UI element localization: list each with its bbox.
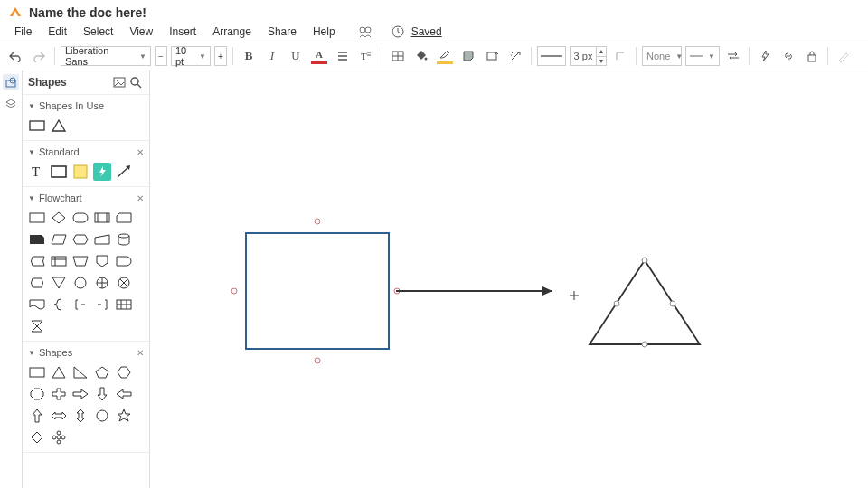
- shape-arrow-line[interactable]: [115, 163, 133, 181]
- crop-button[interactable]: [482, 46, 502, 66]
- undo-button[interactable]: [5, 46, 25, 66]
- underline-button[interactable]: U: [286, 46, 306, 66]
- group-close-icon[interactable]: ✕: [137, 193, 144, 203]
- canvas-rectangle[interactable]: [246, 233, 389, 349]
- fc-database[interactable]: [115, 230, 133, 249]
- fc-summing[interactable]: [93, 274, 111, 292]
- menu-select[interactable]: Select: [76, 23, 120, 40]
- fc-merge[interactable]: [50, 274, 68, 292]
- line-width-stepper[interactable]: 3 px ▲▼: [570, 46, 607, 66]
- shape-bolt[interactable]: [93, 163, 111, 181]
- fc-note-left[interactable]: [93, 296, 111, 314]
- fc-process[interactable]: [28, 209, 46, 227]
- panel-search-icon[interactable]: [127, 74, 144, 90]
- collaboration-icon[interactable]: [357, 23, 373, 40]
- tri-handle-left[interactable]: [614, 301, 619, 306]
- group-close-icon[interactable]: ✕: [137, 147, 144, 157]
- fc-connector[interactable]: [71, 274, 90, 292]
- sh-diamond[interactable]: [28, 428, 46, 446]
- fc-internal[interactable]: [50, 252, 68, 270]
- sh-pentagon[interactable]: [93, 363, 111, 381]
- document-title[interactable]: Name the doc here!: [29, 5, 146, 20]
- fc-terminator[interactable]: [71, 209, 90, 227]
- sh-arrow-left[interactable]: [115, 385, 133, 403]
- sh-cross[interactable]: [50, 385, 68, 403]
- saved-status[interactable]: Saved: [411, 25, 442, 38]
- shape-rectangle[interactable]: [28, 117, 46, 135]
- bold-button[interactable]: B: [239, 46, 259, 66]
- shape-rect-thick[interactable]: [50, 163, 68, 181]
- shape-text[interactable]: T: [28, 163, 46, 181]
- fc-card[interactable]: [28, 230, 46, 249]
- fill-pattern-button[interactable]: [458, 46, 478, 66]
- handle-top[interactable]: [315, 219, 320, 224]
- text-style-button[interactable]: T: [356, 46, 376, 66]
- menu-view[interactable]: View: [122, 23, 160, 40]
- sh-star[interactable]: [115, 407, 133, 425]
- fc-offpage[interactable]: [93, 252, 111, 270]
- highlight-button[interactable]: [435, 46, 455, 66]
- fc-brace[interactable]: [50, 296, 68, 314]
- sh-arrow-down[interactable]: [93, 385, 111, 403]
- menu-edit[interactable]: Edit: [41, 23, 74, 40]
- tri-handle-bottom[interactable]: [642, 342, 647, 347]
- menu-share[interactable]: Share: [260, 23, 304, 40]
- fc-document[interactable]: [28, 296, 46, 314]
- arrow-start-combo[interactable]: None▼: [642, 46, 682, 66]
- pen-tool-icon[interactable]: [834, 46, 854, 66]
- line-style-combo[interactable]: [537, 46, 566, 66]
- panel-image-icon[interactable]: [111, 74, 127, 90]
- sh-circle[interactable]: [93, 407, 111, 425]
- tri-handle-top[interactable]: [642, 258, 647, 263]
- menu-insert[interactable]: Insert: [162, 23, 203, 40]
- menu-help[interactable]: Help: [306, 23, 343, 40]
- link-icon[interactable]: [778, 46, 798, 66]
- sh-triangle[interactable]: [50, 363, 68, 381]
- font-size-combo[interactable]: 10 pt▼: [171, 46, 211, 66]
- magic-button[interactable]: [505, 46, 525, 66]
- fc-predefined[interactable]: [93, 209, 111, 227]
- font-family-combo[interactable]: Liberation Sans▼: [61, 46, 151, 66]
- line-width-down[interactable]: ▼: [597, 57, 606, 66]
- line-width-up[interactable]: ▲: [597, 47, 606, 57]
- fc-data[interactable]: [50, 230, 68, 249]
- reverse-arrow-button[interactable]: [723, 46, 743, 66]
- rail-layers-button[interactable]: [3, 96, 19, 112]
- canvas-triangle[interactable]: [590, 260, 700, 344]
- drawing-canvas[interactable]: [150, 70, 868, 488]
- sh-arrow-right[interactable]: [71, 385, 90, 403]
- rail-shapes-button[interactable]: [3, 74, 19, 90]
- arrow-end-combo[interactable]: ▼: [685, 46, 720, 66]
- shape-triangle[interactable]: [50, 117, 68, 135]
- caret-down-icon[interactable]: ▼: [28, 148, 35, 156]
- fc-display[interactable]: [28, 274, 46, 292]
- caret-down-icon[interactable]: ▼: [28, 349, 35, 357]
- fc-delay[interactable]: [115, 252, 133, 270]
- shape-note[interactable]: [71, 163, 90, 181]
- redo-button[interactable]: [29, 46, 49, 66]
- handle-bottom[interactable]: [315, 358, 320, 363]
- fc-or[interactable]: [115, 274, 133, 292]
- fc-collate[interactable]: [28, 317, 46, 335]
- fc-preparation[interactable]: [71, 230, 90, 249]
- sh-arrow-ud[interactable]: [71, 407, 90, 425]
- italic-button[interactable]: I: [262, 46, 282, 66]
- caret-down-icon[interactable]: ▼: [28, 102, 35, 110]
- tri-handle-right[interactable]: [670, 301, 675, 306]
- fc-stored-data[interactable]: [28, 252, 46, 270]
- sh-arrow-up[interactable]: [28, 407, 46, 425]
- sh-octagon[interactable]: [28, 385, 46, 403]
- fc-manual-op[interactable]: [71, 252, 90, 270]
- sh-rect[interactable]: [28, 363, 46, 381]
- menu-file[interactable]: File: [7, 23, 39, 40]
- fill-color-button[interactable]: [411, 46, 431, 66]
- font-size-increase[interactable]: +: [214, 46, 227, 66]
- bolt-icon[interactable]: [755, 46, 775, 66]
- fc-note-right[interactable]: [71, 296, 90, 314]
- fc-manual-input[interactable]: [93, 230, 111, 249]
- handle-left[interactable]: [231, 288, 237, 294]
- font-color-button[interactable]: A: [309, 46, 329, 66]
- sh-hexagon[interactable]: [115, 363, 133, 381]
- layout-button[interactable]: [388, 46, 408, 66]
- fc-table[interactable]: [115, 296, 133, 314]
